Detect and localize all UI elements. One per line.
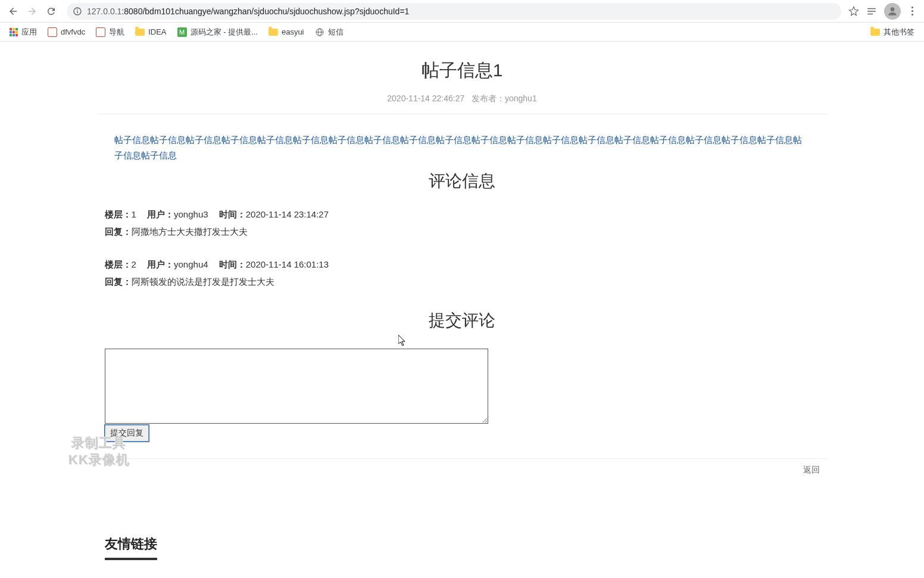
bookmark-star-icon[interactable] (848, 6, 859, 17)
bookmark-item[interactable]: 导航 (91, 24, 129, 40)
comment-meta: 楼层：2 用户：yonghu4 时间：2020-11-14 16:01:13 (105, 259, 820, 271)
reading-list-icon[interactable] (866, 6, 877, 17)
svg-rect-5 (867, 13, 873, 14)
bookmark-item[interactable]: IDEA (130, 25, 171, 39)
divider (98, 458, 827, 459)
forward-button[interactable] (24, 3, 40, 20)
submit-reply-button[interactable]: 提交回复 (105, 425, 149, 442)
submit-heading: 提交评论 (98, 309, 827, 332)
comment-textarea[interactable] (105, 349, 488, 424)
comment-item: 楼层：1 用户：yonghu3 时间：2020-11-14 23:14:27 回… (98, 209, 827, 238)
post-body: 帖子信息帖子信息帖子信息帖子信息帖子信息帖子信息帖子信息帖子信息帖子信息帖子信息… (98, 132, 827, 163)
chrome-menu-icon[interactable] (908, 3, 917, 19)
browser-toolbar: 127.0.0.1:8080/bdm101chuangye/wangzhan/s… (0, 0, 924, 23)
bookmark-item[interactable]: dfvfvdc (43, 25, 90, 39)
svg-rect-1 (77, 10, 77, 13)
bookmark-item[interactable]: M源码之家 - 提供最... (173, 24, 263, 40)
footer-links-section: 友情链接 (98, 535, 827, 560)
info-icon (73, 7, 82, 16)
apps-icon (10, 28, 18, 36)
url-text: 127.0.0.1:8080/bdm101chuangye/wangzhan/s… (87, 7, 409, 16)
bookmark-item[interactable]: easyui (264, 25, 309, 39)
bookmarks-bar: 应用 dfvfvdc 导航 IDEA M源码之家 - 提供最... easyui… (0, 23, 924, 42)
svg-rect-3 (867, 8, 876, 9)
apps-label: 应用 (21, 27, 37, 38)
bookmark-icon: M (177, 27, 187, 37)
bookmark-item[interactable]: 短信 (310, 24, 348, 40)
profile-avatar[interactable] (884, 3, 901, 20)
back-link[interactable]: 返回 (98, 465, 827, 476)
bookmark-icon (48, 27, 57, 37)
post-title: 帖子信息1 (98, 58, 827, 83)
svg-rect-2 (77, 9, 77, 10)
page-viewport: 帖子信息1 2020-11-14 22:46:27 发布者：yonghu1 帖子… (0, 42, 924, 578)
apps-shortcut[interactable]: 应用 (5, 24, 42, 40)
back-button[interactable] (5, 3, 21, 20)
comment-item: 楼层：2 用户：yonghu4 时间：2020-11-14 16:01:13 回… (98, 259, 827, 288)
post-meta: 2020-11-14 22:46:27 发布者：yonghu1 (98, 94, 827, 104)
footer-links-title: 友情链接 (105, 535, 157, 560)
comment-reply: 回复：阿撒地方士大夫撒打发士大夫 (105, 226, 820, 238)
globe-icon (315, 27, 324, 37)
other-bookmarks[interactable]: 其他书签 (866, 24, 919, 40)
comment-reply: 回复：阿斯顿发的说法是打发是打发士大夫 (105, 276, 820, 288)
folder-icon (870, 29, 880, 36)
svg-point-6 (891, 7, 895, 11)
folder-icon (135, 29, 145, 36)
divider (98, 114, 827, 114)
comments-heading: 评论信息 (98, 170, 827, 192)
folder-icon (269, 29, 278, 36)
bookmark-icon (96, 27, 105, 37)
comment-meta: 楼层：1 用户：yonghu3 时间：2020-11-14 23:14:27 (105, 209, 820, 220)
reload-button[interactable] (43, 3, 60, 20)
svg-rect-4 (867, 11, 876, 12)
address-bar[interactable]: 127.0.0.1:8080/bdm101chuangye/wangzhan/s… (67, 3, 841, 20)
